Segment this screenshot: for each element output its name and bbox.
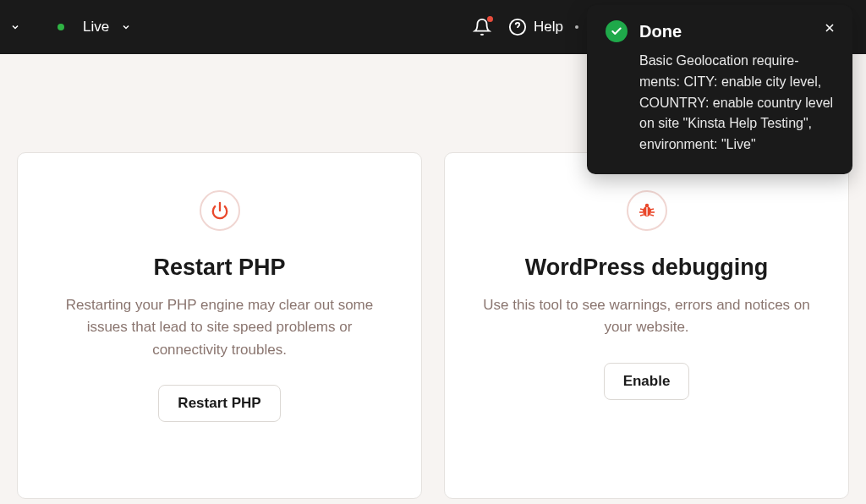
help-indicator-dot-icon [575,25,578,29]
notification-dot-icon [487,16,493,22]
topbar-left: Live [10,19,131,36]
env-label: Live [83,19,109,36]
wp-debugging-enable-button[interactable]: Enable [604,363,690,400]
svg-line-8 [640,209,644,210]
notification-toast: Done Basic Geolocation require­ments: CI… [587,5,852,174]
wp-debugging-card: WordPress debugging Use this tool to see… [444,152,849,499]
svg-point-6 [644,204,648,207]
bug-icon-wrap [627,190,667,231]
chevron-down-icon[interactable] [10,22,20,32]
help-label: Help [534,19,563,36]
svg-line-9 [650,209,654,210]
close-icon [823,21,836,35]
svg-line-13 [650,215,654,216]
svg-line-12 [640,215,644,216]
check-circle-icon [606,20,628,42]
power-icon-wrap [200,190,240,231]
notifications-button[interactable] [473,18,491,36]
power-icon [211,201,229,220]
env-switcher-chevron-icon[interactable] [121,22,131,32]
restart-php-desc: Restarting your PHP engine may clear out… [48,294,391,361]
toast-header: Done [606,20,834,42]
toast-body: Basic Geolocation require­ments: CITY: e… [639,51,834,156]
help-menu[interactable]: Help [508,18,578,36]
status-dot-live-icon [58,24,64,30]
restart-php-button[interactable]: Restart PHP [158,385,280,422]
toast-close-button[interactable] [820,19,839,37]
bug-icon [637,200,657,221]
wp-debugging-title: WordPress debugging [525,255,769,281]
restart-php-title: Restart PHP [153,255,285,281]
toast-title: Done [639,22,682,41]
wp-debugging-desc: Use this tool to see warnings, errors an… [475,294,818,339]
topbar-right: Help [473,18,578,36]
restart-php-card: Restart PHP Restarting your PHP engine m… [17,152,422,499]
question-circle-icon [508,18,527,36]
